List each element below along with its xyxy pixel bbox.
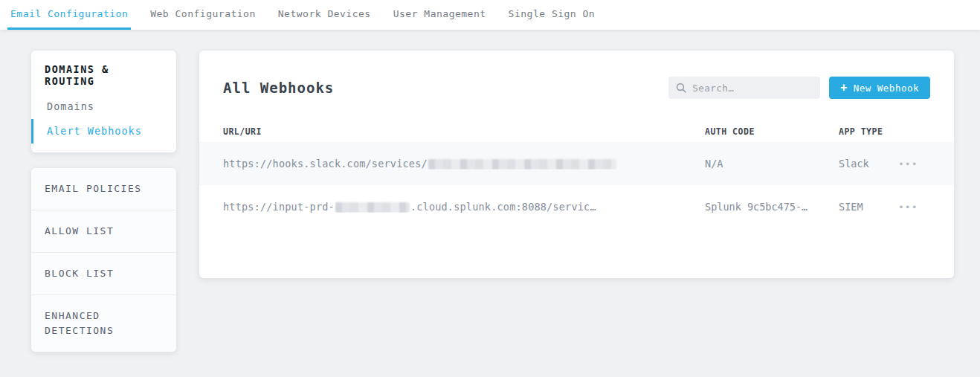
sidebar-sections-card: EMAIL POLICIES ALLOW LIST BLOCK LIST ENH…	[31, 168, 176, 352]
redacted-url-segment	[428, 159, 616, 170]
redacted-url-segment	[335, 202, 410, 213]
table-row-splunk[interactable]: https://input-prd-.cloud.splunk.com:8088…	[199, 185, 954, 228]
tab-network-devices[interactable]: Network Devices	[275, 2, 374, 30]
top-navigation: Email Configuration Web Configuration Ne…	[0, 0, 980, 30]
sidebar-item-allow-list[interactable]: ALLOW LIST	[31, 210, 176, 253]
sidebar-item-block-list[interactable]: BLOCK LIST	[31, 253, 176, 295]
url-text-suffix: .cloud.splunk.com:8088/servic…	[410, 201, 596, 213]
table-header-row: URL/URI AUTH CODE APP TYPE	[199, 121, 954, 142]
sidebar-item-alert-webhooks[interactable]: Alert Webhooks	[31, 119, 176, 144]
search-box[interactable]	[668, 77, 820, 99]
sidebar-group-title: DOMAINS & ROUTING	[45, 63, 163, 87]
sidebar-item-domains[interactable]: Domains	[31, 94, 176, 119]
column-header-auth-code: AUTH CODE	[705, 126, 839, 137]
search-icon	[676, 83, 686, 93]
page-title: All Webhooks	[223, 80, 334, 96]
webhook-url: https://input-prd-.cloud.splunk.com:8088…	[223, 201, 705, 213]
all-webhooks-panel: All Webhooks + New Webhook URL/URI AUTH …	[199, 51, 954, 278]
tab-web-configuration[interactable]: Web Configuration	[147, 2, 259, 30]
app-type: SIEM	[839, 201, 898, 213]
new-webhook-label: New Webhook	[854, 83, 919, 94]
webhook-url: https://hooks.slack.com/services/	[223, 158, 705, 170]
auth-code: Splunk 9c5bc475-…	[705, 201, 839, 213]
column-header-app-type: APP TYPE	[839, 126, 898, 137]
plus-icon: +	[840, 83, 848, 94]
row-menu-button[interactable]: •••	[898, 158, 930, 170]
auth-code: N/A	[705, 158, 839, 170]
webhooks-table: URL/URI AUTH CODE APP TYPE https://hooks…	[199, 121, 954, 228]
app-type: Slack	[839, 158, 898, 170]
sidebar-domains-routing-card: DOMAINS & ROUTING Domains Alert Webhooks	[31, 51, 176, 152]
sidebar-item-email-policies[interactable]: EMAIL POLICIES	[31, 168, 176, 210]
sidebar-item-enhanced-detections[interactable]: ENHANCED DETECTIONS	[31, 295, 176, 352]
search-input[interactable]	[692, 83, 813, 94]
url-text: https://input-prd-	[223, 201, 335, 213]
tab-email-configuration[interactable]: Email Configuration	[7, 2, 131, 30]
new-webhook-button[interactable]: + New Webhook	[829, 77, 930, 99]
column-header-url: URL/URI	[223, 126, 705, 137]
tab-user-management[interactable]: User Management	[390, 2, 489, 30]
row-menu-button[interactable]: •••	[898, 202, 930, 213]
panel-header: All Webhooks + New Webhook	[199, 51, 954, 100]
url-text: https://hooks.slack.com/services/	[223, 158, 428, 170]
tab-single-sign-on[interactable]: Single Sign On	[506, 2, 599, 30]
table-row-slack[interactable]: https://hooks.slack.com/services/ N/A Sl…	[199, 142, 954, 185]
header-controls: + New Webhook	[668, 77, 930, 99]
